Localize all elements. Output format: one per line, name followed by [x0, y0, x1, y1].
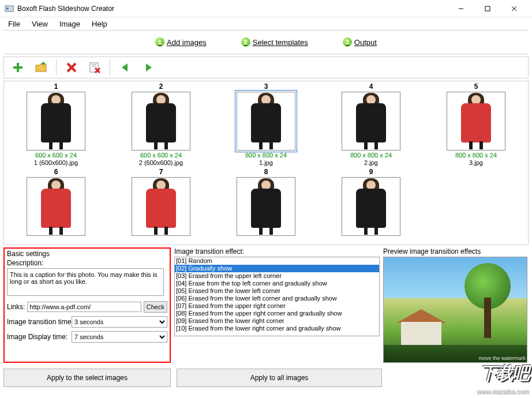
transition-option[interactable]: [05] Erased from the lower left corner: [175, 287, 379, 295]
description-input[interactable]: [7, 268, 164, 296]
thumbnail-filename: 3.jpg: [469, 159, 483, 167]
transition-option[interactable]: [04] Erase from the top left corner and …: [175, 280, 379, 287]
transition-title: Image transition effect:: [174, 247, 380, 256]
thumbnail-item[interactable]: 9: [321, 167, 421, 237]
transition-option[interactable]: [10] Erased from the lower right corner …: [175, 325, 379, 332]
menu-help[interactable]: Help: [86, 18, 113, 29]
thumbnail-filename: 2 (600x600).jpg: [139, 159, 183, 167]
transition-panel: Image transition effect: [01] Random[02]…: [174, 247, 380, 363]
thumbnail-number: 1: [54, 82, 58, 91]
transition-option[interactable]: [06] Erased from the lower left corner a…: [175, 295, 379, 302]
thumbnail-grid: 1600 x 600 x 241 (600x600).jpg2600 x 600…: [6, 81, 526, 237]
thumbnail-dimensions: 800 x 800 x 24: [350, 152, 392, 159]
thumbnail-item[interactable]: 8: [216, 167, 316, 237]
basic-settings-panel: Basic settings Description: Links: Check…: [3, 247, 171, 363]
next-button[interactable]: [138, 58, 159, 77]
close-button[interactable]: [501, 0, 527, 17]
delete-button[interactable]: [61, 58, 82, 77]
maximize-button[interactable]: [474, 0, 501, 17]
thumbnail-item[interactable]: 4800 x 800 x 242.jpg: [321, 81, 421, 167]
display-time-select[interactable]: 7 seconds: [72, 331, 167, 343]
clear-button[interactable]: [84, 58, 105, 77]
thumbnail-filename: 1 (600x600).jpg: [34, 159, 78, 167]
thumbnail-item[interactable]: 5800 x 800 x 243.jpg: [426, 81, 526, 167]
thumbnail-number: 3: [264, 82, 268, 91]
preview-title: Preview image transition effects: [383, 247, 529, 256]
thumbnail-image: [342, 92, 400, 151]
thumbnail-dimensions: 600 x 600 x 24: [140, 152, 182, 159]
thumbnail-dimensions: 800 x 800 x 24: [455, 152, 497, 159]
links-input[interactable]: [27, 302, 141, 312]
add-image-button[interactable]: [8, 58, 28, 77]
preview-panel: Preview image transition effects move th…: [383, 247, 529, 363]
transition-option[interactable]: [08] Erased from the upper right corner …: [175, 310, 379, 317]
svg-rect-9: [42, 63, 45, 64]
svg-rect-3: [485, 6, 490, 11]
thumbnail-number: 5: [474, 82, 478, 91]
menu-image[interactable]: Image: [54, 18, 86, 29]
thumbnail-item[interactable]: 3800 x 800 x 241.jpg: [216, 81, 316, 167]
step-label: Select templates: [253, 38, 308, 47]
title-bar: Boxoft Flash Slideshow Creator: [0, 0, 532, 17]
menu-view[interactable]: View: [26, 18, 54, 29]
prev-button[interactable]: [115, 58, 136, 77]
thumbnail-filename: 1.jpg: [259, 159, 273, 167]
step-3-icon: 3: [343, 37, 352, 47]
preview-image: move the watermark: [383, 257, 527, 363]
transition-time-label: Image transition time:: [7, 318, 69, 326]
step-output[interactable]: 3Output: [343, 37, 377, 47]
thumbnail-number: 7: [159, 168, 163, 176]
thumbnail-scroll[interactable]: 1600 x 600 x 241 (600x600).jpg2600 x 600…: [3, 81, 529, 245]
basic-settings-title: Basic settings: [7, 250, 167, 258]
thumbnail-item[interactable]: 6: [6, 167, 106, 237]
thumbnail-image: [237, 177, 295, 236]
thumbnail-number: 4: [369, 82, 373, 91]
thumbnail-number: 6: [54, 168, 58, 176]
thumbnail-number: 2: [159, 82, 163, 91]
thumbnail-item[interactable]: 2600 x 600 x 242 (600x600).jpg: [111, 81, 211, 167]
display-time-label: Image Display time:: [7, 333, 69, 341]
menu-file[interactable]: File: [2, 18, 26, 29]
thumbnail-number: 9: [369, 168, 373, 176]
apply-row: Apply to the select images Apply to all …: [0, 366, 532, 391]
thumbnail-image: [342, 177, 400, 236]
transition-option[interactable]: [03] Erased from the upper left corner: [175, 272, 379, 280]
thumbnail-image: [132, 92, 190, 151]
step-add-images[interactable]: 1Add images: [155, 37, 207, 47]
thumbnail-item[interactable]: 7: [111, 167, 211, 237]
thumbnail-filename: 2.jpg: [364, 159, 378, 167]
transition-time-select[interactable]: 3 seconds: [72, 316, 167, 328]
thumbnail-image: [237, 92, 295, 151]
thumbnail-number: 8: [264, 168, 268, 176]
apply-to-selected-button[interactable]: Apply to the select images: [3, 369, 171, 387]
transition-option[interactable]: [09] Erased from the lower right corner: [175, 317, 379, 325]
toolbar: [3, 57, 529, 78]
preview-watermark: move the watermark: [478, 355, 526, 361]
description-label: Description:: [7, 259, 167, 267]
thumbnail-image: [132, 177, 190, 236]
menu-bar: File View Image Help: [0, 17, 532, 30]
add-folder-button[interactable]: [31, 58, 51, 77]
transition-option[interactable]: [01] Random: [175, 257, 379, 265]
thumbnail-image: [27, 92, 85, 151]
svg-rect-7: [13, 66, 23, 69]
transition-option[interactable]: [07] Erased from the upper right corner: [175, 302, 379, 310]
step-2-icon: 2: [241, 37, 250, 47]
window-title: Boxoft Flash Slideshow Creator: [17, 5, 448, 13]
thumbnail-dimensions: 600 x 600 x 24: [35, 152, 77, 159]
step-label: Output: [354, 38, 377, 47]
app-icon: [5, 4, 14, 13]
step-label: Add images: [167, 38, 207, 47]
steps-bar: 1Add images 2Select templates 3Output: [3, 30, 529, 54]
minimize-button[interactable]: [448, 0, 474, 17]
step-select-templates[interactable]: 2Select templates: [241, 37, 308, 47]
transition-list[interactable]: [01] Random[02] Gradually show[03] Erase…: [174, 257, 380, 336]
thumbnail-image: [27, 177, 85, 236]
links-label: Links:: [7, 303, 25, 311]
thumbnail-dimensions: 800 x 800 x 24: [245, 152, 287, 159]
thumbnail-item[interactable]: 1600 x 600 x 241 (600x600).jpg: [6, 81, 106, 167]
step-1-icon: 1: [155, 37, 164, 47]
check-button[interactable]: Check: [144, 301, 167, 313]
apply-to-all-button[interactable]: Apply to all images: [177, 369, 382, 387]
transition-option[interactable]: [02] Gradually show: [175, 265, 379, 272]
